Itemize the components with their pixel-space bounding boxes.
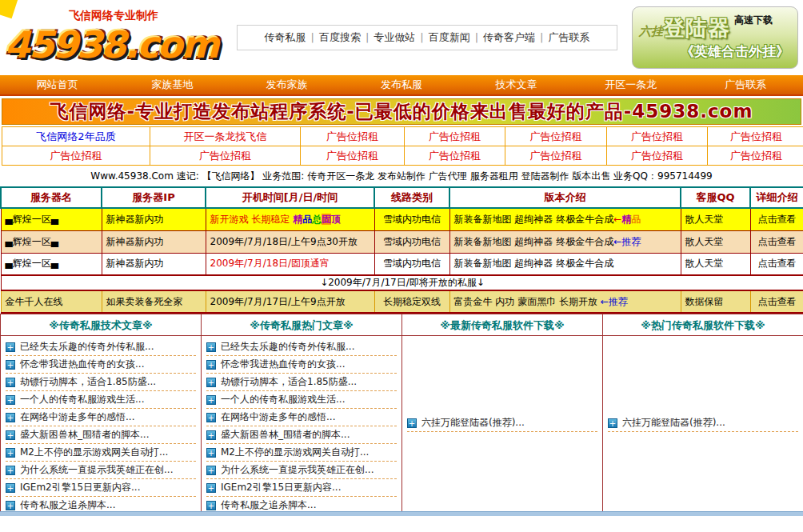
text-segment: 品 <box>302 214 312 225</box>
list-item[interactable]: +在网络中游走多年的感悟... <box>206 409 397 426</box>
ad-slot[interactable]: 开区一条龙找飞信 <box>150 127 301 146</box>
server-name-cell[interactable]: ▄辉煌一区▄ <box>1 230 102 253</box>
nav-item[interactable]: 发布家族 <box>230 75 344 94</box>
ad-slot[interactable]: 广告位招租 <box>607 146 708 166</box>
list-item[interactable]: +盛大新困兽林_围猎者的脚本... <box>206 426 397 444</box>
list-item[interactable]: +劫镖行动脚本，适合1.85防盛... <box>206 374 397 391</box>
text-segment: ← <box>613 214 621 225</box>
list-item[interactable]: +劫镖行动脚本，适合1.85防盛... <box>6 374 196 391</box>
list-item-label: 劫镖行动脚本，适合1.85防盛... <box>20 375 156 389</box>
text-segment: 新装备新地图 超绚神器 终极金牛合成 <box>454 258 614 269</box>
list-item[interactable]: +六挂万能登陆器(推荐)... <box>407 414 597 432</box>
promo-prefix: 六挂 <box>639 24 663 38</box>
top-link[interactable]: 百度新闻 <box>424 31 475 43</box>
list-item[interactable]: +为什么系统一直提示我英雄正在创... <box>206 462 397 479</box>
list-item[interactable]: +六挂万能登陆器(推荐)... <box>608 414 798 432</box>
nav-item[interactable]: 技术文章 <box>459 75 573 94</box>
logo-text: 45938.com <box>5 23 222 66</box>
list-item[interactable]: +一个人的传奇私服游戏生活... <box>6 391 196 409</box>
server-data-cell: 2009年/7月/18日/固顶通宵 <box>206 253 374 275</box>
server-name-cell[interactable]: ▄辉煌一区▄ <box>1 253 102 275</box>
site-logo[interactable]: 飞信网络专业制作 45938.com <box>0 9 222 66</box>
nav-item[interactable]: 发布私服 <box>344 75 458 94</box>
promo-marquee[interactable]: 飞信网络-专业打造发布站程序系统-已最低的价格来出售最好的产品-45938.co… <box>2 98 801 125</box>
list-item[interactable]: +M2上不停的显示游戏网关自动打... <box>6 444 196 462</box>
plus-icon: + <box>6 395 15 405</box>
ad-slot[interactable]: 广告位招租 <box>405 127 505 146</box>
promo-subtitle: 《英雄合击外挂》 <box>639 42 791 61</box>
list-item[interactable]: +为什么系统一直提示我英雄正在创... <box>6 462 196 479</box>
server-name-cell[interactable]: 金牛千人在线 <box>1 290 102 313</box>
detail-link-cell[interactable]: 点击查看 <box>750 230 803 253</box>
server-data-cell: 新神器新内功 <box>102 253 206 275</box>
top-link[interactable]: 广告联系 <box>543 31 594 43</box>
detail-link-cell[interactable]: 点击查看 <box>750 253 803 275</box>
plus-icon: + <box>6 448 15 458</box>
list-item[interactable]: +传奇私服之追杀脚本... <box>6 497 196 511</box>
article-list: +已经失去乐趣的传奇外传私服...+怀念带我进热血传奇的女孩...+劫镖行动脚本… <box>202 336 402 511</box>
list-item-label: 传奇私服之追杀脚本... <box>221 498 316 511</box>
list-item-label: M2上不停的显示游戏网关自动打... <box>221 446 369 459</box>
list-item[interactable]: +怀念带我进热血传奇的女孩... <box>206 356 397 374</box>
list-item[interactable]: +一个人的传奇私服游戏生活... <box>206 391 397 409</box>
text-segment: 精 <box>621 214 631 225</box>
detail-link-cell[interactable]: 点击查看 <box>750 208 803 230</box>
top-link[interactable]: 百度搜索 <box>314 31 366 43</box>
server-name-cell[interactable]: ▄辉煌一区▄ <box>1 208 102 230</box>
text-segment: 点击查看 <box>758 214 797 225</box>
nav-item[interactable]: 广告联系 <box>689 75 803 94</box>
list-item[interactable]: +IGEm2引擎15日更新内容... <box>206 479 397 497</box>
plus-icon: + <box>6 378 15 387</box>
logo-tagline: 飞信网络专业制作 <box>5 9 222 23</box>
top-link[interactable]: 传奇私服 <box>260 31 311 43</box>
ad-slot[interactable]: 广告位招租 <box>505 146 607 166</box>
list-item[interactable]: +已经失去乐趣的传奇外传私服... <box>6 338 196 356</box>
promo-download-label: 高速下载 <box>734 14 773 26</box>
ad-slot[interactable]: 飞信网络2年品质 <box>2 127 150 146</box>
ad-slot[interactable]: 广告位招租 <box>607 127 708 146</box>
article-list: +已经失去乐趣的传奇外传私服...+怀念带我进热血传奇的女孩...+劫镖行动脚本… <box>1 336 201 511</box>
column-header: 客服QQ <box>681 187 750 208</box>
text-segment: 雪域内功电信 <box>383 236 441 247</box>
footer-strip <box>0 511 803 516</box>
main-nav: 网站首页家族基地发布家族发布私服技术文章开区一条龙广告联系 <box>0 75 803 96</box>
text-segment: 雪域内功电信 <box>383 258 441 269</box>
list-item[interactable]: +盛大新困兽林_围猎者的脚本... <box>6 426 196 444</box>
text-segment: ▄辉煌一区▄ <box>6 214 58 225</box>
nav-item[interactable]: 网站首页 <box>0 75 114 94</box>
list-item-label: 传奇私服之追杀脚本... <box>20 498 115 511</box>
text-segment: 新开游戏 长期稳定 <box>210 214 294 225</box>
promo-title: 登陆器 <box>663 15 730 40</box>
ad-slot[interactable]: 广告位招租 <box>708 146 803 166</box>
list-item[interactable]: +在网络中游走多年的感悟... <box>6 409 196 426</box>
plus-icon: + <box>206 395 216 405</box>
page: 飞信网络专业制作 45938.com 传奇私服|百度搜索|专业做站|百度新闻|传… <box>0 0 803 532</box>
text-segment: 富贵金牛 内功 蒙面黑巾 长期开放 <box>454 296 601 307</box>
ad-slot[interactable]: 广告位招租 <box>708 127 803 146</box>
ad-slot[interactable]: 广告位招租 <box>150 146 301 166</box>
server-data-cell: 2009年/7月/18日/上午9点30开放 <box>206 230 374 253</box>
ad-slot[interactable]: 广告位招租 <box>301 127 405 146</box>
list-item[interactable]: +怀念带我进热血传奇的女孩... <box>6 356 196 374</box>
list-item[interactable]: +已经失去乐趣的传奇外传私服... <box>206 338 397 356</box>
detail-link-cell[interactable]: 点击查看 <box>750 290 803 313</box>
text-segment: ←推荐 <box>601 296 628 307</box>
text-segment: 散人天堂 <box>685 258 724 269</box>
list-item[interactable]: +IGEm2引擎15日更新内容... <box>6 479 196 497</box>
text-segment: 2009年/7月/17日/上午9点开放 <box>210 296 346 307</box>
ad-slot[interactable]: 广告位招租 <box>301 146 405 166</box>
ad-slot[interactable]: 广告位招租 <box>505 127 607 146</box>
article-list: +六挂万能登陆器(推荐)... <box>402 336 602 511</box>
top-link[interactable]: 专业做站 <box>369 31 420 43</box>
top-link[interactable]: 传奇客户端 <box>478 31 540 43</box>
launcher-promo-banner[interactable]: 六挂登陆器 高速下载 《英雄合击外挂》 <box>632 6 798 69</box>
nav-item[interactable]: 家族基地 <box>114 75 229 94</box>
section-title: ※热门传奇私服软件下载※ <box>603 314 803 336</box>
ad-slot[interactable]: 广告位招租 <box>2 146 150 166</box>
list-item[interactable]: +M2上不停的显示游戏网关自动打... <box>206 444 397 462</box>
ad-slot[interactable]: 广告位招租 <box>405 146 505 166</box>
list-item[interactable]: +传奇私服之追杀脚本... <box>206 497 397 511</box>
article-list: +六挂万能登陆器(推荐)... <box>603 336 803 511</box>
nav-item[interactable]: 开区一条龙 <box>573 75 688 94</box>
bottom-column: ※传奇私服技术文章※+已经失去乐趣的传奇外传私服...+怀念带我进热血传奇的女孩… <box>1 314 202 511</box>
